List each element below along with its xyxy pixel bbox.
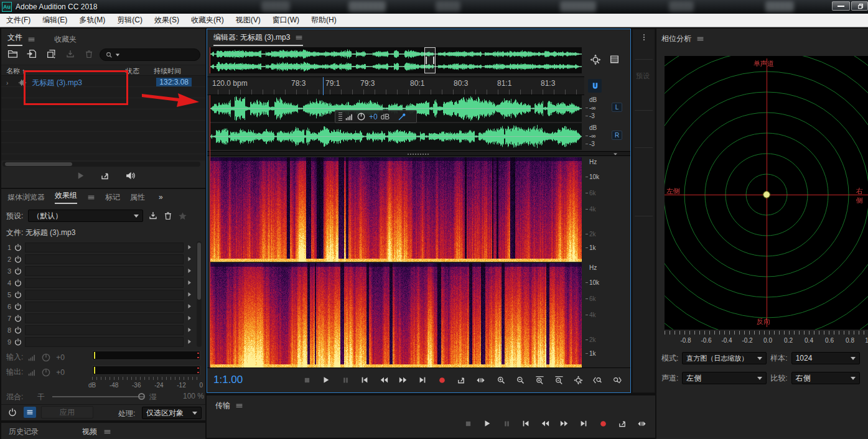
time-display[interactable]: 1:1.00 [213,374,243,386]
play-button[interactable] [480,418,495,429]
spectral-controls-icon[interactable] [609,54,620,65]
panel-kebab-icon[interactable] [640,33,648,42]
slot-body[interactable] [25,290,184,300]
import-file-icon[interactable] [27,49,37,59]
menu-clip[interactable]: 剪辑(C) [117,15,142,25]
mode-dropdown[interactable]: 直方图（日志缩放） [682,352,767,364]
minimize-button[interactable] [832,1,850,11]
panel-menu-icon[interactable] [295,34,303,42]
column-duration[interactable]: 持续时间 [154,67,181,76]
preset-dropdown[interactable]: （默认） [28,210,143,222]
phase-plot[interactable]: 单声道 左侧 右侧 反向 [665,56,868,330]
left-channel-button[interactable]: L [612,103,622,112]
slot-arrow-icon[interactable] [186,291,193,298]
effect-slot[interactable]: 8 [2,324,193,336]
timeline-ruler[interactable]: 120.0 bpm 78:3 79:1 79:3 80:1 80:3 81:1 … [207,76,584,95]
waveform-overview[interactable] [210,47,582,73]
skip-selection-button[interactable] [473,374,488,386]
collapsed-preset-label[interactable]: 预设 [636,72,650,81]
zoom-in-time-button[interactable] [532,374,547,386]
volume-hud[interactable]: +0 dB [335,110,417,123]
panel-menu-icon[interactable] [103,428,111,436]
wave-spectral-splitter[interactable] [207,151,630,156]
panel-menu-icon[interactable] [235,402,243,410]
menu-window[interactable]: 窗口(W) [273,15,299,25]
slot-body[interactable] [25,243,184,252]
open-file-icon[interactable] [7,49,18,59]
menu-effects[interactable]: 效果(S) [154,15,179,25]
panel-menu-icon[interactable] [27,35,35,44]
tab-effects-rack[interactable]: 效果组 [55,190,77,204]
stop-button[interactable] [460,418,475,429]
play-button[interactable] [319,374,334,386]
slot-arrow-icon[interactable] [186,267,193,274]
skip-to-start-button[interactable] [518,418,533,429]
tab-overflow[interactable]: » [159,193,163,201]
effect-slot[interactable]: 1 [2,241,193,253]
slot-body[interactable] [25,325,184,335]
slot-body[interactable] [25,254,184,264]
loop-playback-button[interactable] [615,418,630,429]
tab-files[interactable]: 文件 [7,32,22,46]
effect-slot[interactable]: 6 [2,300,193,312]
speaker-icon[interactable] [125,170,136,181]
slot-arrow-icon[interactable] [186,244,193,251]
search-input[interactable] [100,49,200,61]
hud-knob-icon[interactable] [357,112,366,121]
slot-arrow-icon[interactable] [186,279,193,286]
hud-pin-icon[interactable] [398,113,406,121]
effect-slot[interactable]: 4 [2,277,193,289]
rewind-button[interactable] [376,374,391,386]
menu-multitrack[interactable]: 多轨(M) [79,15,105,25]
collapsed-panel-strip[interactable]: 预设 [632,29,655,393]
save-preset-icon[interactable] [148,211,158,221]
waveform-right-channel[interactable] [210,123,582,150]
slot-arrow-icon[interactable] [186,326,193,333]
file-duration[interactable]: 132:3.08 [156,78,192,86]
effect-slot[interactable]: 7 [2,312,193,324]
skip-to-end-button[interactable] [415,374,430,386]
samples-dropdown[interactable]: 1024 [791,352,860,364]
spectrogram-right[interactable] [210,263,582,367]
mix-slider-knob[interactable] [138,393,145,400]
pause-button[interactable] [499,418,514,429]
menu-file[interactable]: 文件(F) [6,15,30,25]
menu-help[interactable]: 帮助(H) [311,15,337,25]
tab-history[interactable]: 历史记录 [9,427,39,437]
auto-play-icon[interactable] [100,171,110,181]
overview-view-box[interactable] [424,47,436,73]
slot-arrow-icon[interactable] [186,315,193,321]
power-icon[interactable] [14,290,22,299]
zoom-in-button[interactable] [493,374,508,386]
scrollbar-thumb[interactable] [5,162,72,166]
slot-body[interactable] [25,278,184,288]
horizontal-scrollbar[interactable] [2,162,200,167]
column-name[interactable]: 名称 ↑ [6,67,26,76]
channel-dropdown[interactable]: 左侧 [682,372,767,384]
slot-arrow-icon[interactable] [186,303,193,310]
compare-dropdown[interactable]: 右侧 [791,372,860,384]
zoom-out-point-button[interactable] [609,374,624,386]
effect-slot[interactable]: 3 [2,265,193,277]
power-icon[interactable] [14,255,22,264]
delete-preset-icon[interactable] [163,211,173,221]
power-icon[interactable] [14,314,22,323]
fast-forward-button[interactable] [396,374,411,386]
power-icon[interactable] [14,326,22,335]
power-icon[interactable] [14,302,22,311]
rewind-button[interactable] [538,418,553,429]
new-content-icon[interactable] [46,49,57,59]
power-icon[interactable] [14,243,22,252]
snap-toggle-icon[interactable] [588,79,602,93]
navigate-zoom-icon[interactable] [590,54,601,65]
expand-chevron-icon[interactable]: › [6,80,8,86]
menu-edit[interactable]: 编辑(E) [42,15,67,25]
effect-slot[interactable]: 5 [2,289,193,300]
skip-to-start-button[interactable] [357,374,372,386]
record-button[interactable] [434,374,449,386]
rack-power-icon[interactable] [7,407,17,417]
slot-body[interactable] [25,302,184,312]
slot-body[interactable] [25,313,184,323]
toggle-list-view-icon[interactable] [24,407,36,418]
power-icon[interactable] [14,267,22,275]
